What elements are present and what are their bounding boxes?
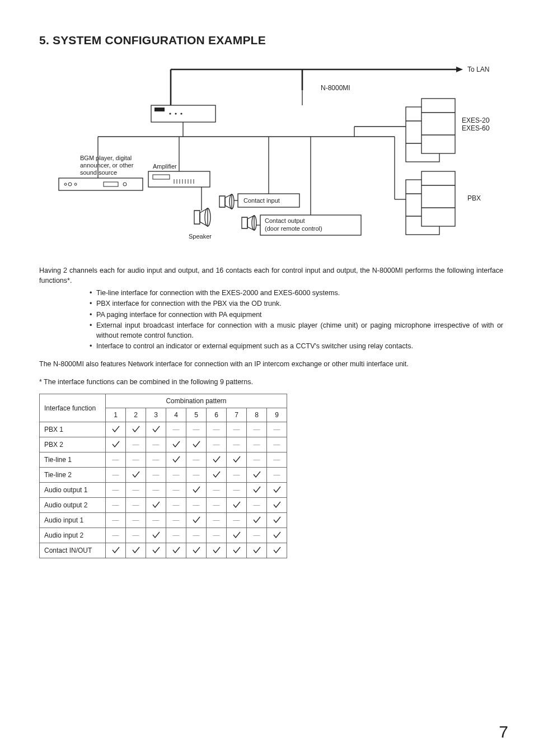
table-cell: [227, 528, 247, 543]
table-cell: —: [146, 483, 166, 498]
page-number: 7: [499, 722, 508, 741]
table-row: Audio input 2——————: [40, 528, 287, 543]
diagram-label-contact-output-1: Contact output: [265, 217, 305, 224]
table-cell: [126, 422, 146, 437]
paragraph-intro: Having 2 channels each for audio input a…: [39, 265, 503, 286]
bullet-item: Interface to control an indicator or ext…: [90, 341, 503, 351]
table-cell: [106, 422, 126, 437]
diagram-label-speaker: Speaker: [189, 233, 212, 240]
table-cell: —: [267, 437, 287, 452]
diagram-label-contact-output-2: (door remote control): [265, 225, 322, 232]
table-cell: —: [166, 483, 186, 498]
table-cell: —: [106, 468, 126, 483]
svg-rect-6: [154, 108, 165, 111]
table-cell: —: [126, 483, 146, 498]
table-cell: —: [227, 483, 247, 498]
table-cell: [166, 543, 186, 558]
svg-rect-23: [421, 171, 455, 226]
table-cell: —: [186, 422, 207, 437]
diagram-label-bgm-1: BGM player, digital: [80, 155, 132, 161]
table-cell: —: [227, 468, 247, 483]
table-cell: [267, 543, 287, 558]
diagram-label-bgm-2: announcer, or other: [80, 162, 134, 169]
table-cell: [146, 543, 166, 558]
diagram-label-contact-input: Contact input: [243, 197, 280, 204]
table-cell: [267, 528, 287, 543]
table-cell: [126, 468, 146, 483]
table-row-label: Audio output 1: [40, 483, 106, 498]
svg-rect-15: [421, 99, 455, 153]
table-cell: —: [207, 422, 227, 437]
table-cell: [166, 452, 186, 468]
table-cell: [227, 543, 247, 558]
table-cell: [247, 513, 267, 528]
table-cell: [126, 543, 146, 558]
table-cell: —: [207, 483, 227, 498]
table-cell: —: [207, 437, 227, 452]
table-row: PBX 2——————: [40, 437, 287, 452]
table-cell: —: [227, 422, 247, 437]
table-cell: [267, 498, 287, 513]
table-cell: —: [186, 528, 207, 543]
table-cell: —: [146, 513, 166, 528]
table-cell: —: [146, 468, 166, 483]
table-cell: [227, 498, 247, 513]
table-row-label: PBX 1: [40, 422, 106, 437]
svg-point-9: [180, 113, 182, 114]
table-cell: —: [126, 498, 146, 513]
system-diagram: .l { stroke:#222; stroke-width:1.3; fill…: [53, 59, 490, 258]
table-cell: —: [166, 498, 186, 513]
table-cell: [146, 498, 166, 513]
table-cell: [146, 422, 166, 437]
table-row-label: Tie-line 1: [40, 452, 106, 468]
table-cell: [207, 452, 227, 468]
table-cell: —: [267, 422, 287, 437]
table-cell: [247, 543, 267, 558]
table-cell: —: [106, 513, 126, 528]
table-cell: [247, 468, 267, 483]
table-cell: [207, 468, 227, 483]
paragraph-network: The N-8000MI also features Network inter…: [39, 359, 503, 369]
table-row-label: Audio input 1: [40, 513, 106, 528]
table-row-header: Interface function: [40, 394, 106, 422]
table-row: Audio output 2——————: [40, 498, 287, 513]
table-cell: —: [227, 437, 247, 452]
diagram-label-n8000mi: N-8000MI: [321, 84, 350, 92]
table-row: PBX 1——————: [40, 422, 287, 437]
diagram-label-bgm-3: sound source: [80, 169, 117, 176]
table-cell: —: [126, 528, 146, 543]
section-heading: 5. SYSTEM CONFIGURATION EXAMPLE: [39, 34, 503, 47]
table-cell: —: [146, 437, 166, 452]
table-cell: [267, 483, 287, 498]
table-row: Tie-line 2——————: [40, 468, 287, 483]
diagram-label-pbx: PBX: [467, 194, 481, 202]
diagram-label-to-lan: To LAN: [467, 66, 489, 73]
table-row-label: Audio output 2: [40, 498, 106, 513]
table-col-group-header: Combination pattern: [106, 394, 287, 408]
table-cell: —: [186, 468, 207, 483]
bullet-item: External input broadcast interface for c…: [90, 320, 503, 340]
diagram-label-exes-1: EXES-2000: [462, 116, 490, 124]
table-cell: [267, 513, 287, 528]
table-cell: —: [247, 437, 267, 452]
table-row-label: Contact IN/OUT: [40, 543, 106, 558]
bullet-item: Tie-line interface for connection with t…: [90, 288, 503, 298]
table-row: Audio input 1——————: [40, 513, 287, 528]
bullet-item: PBX interface for connection with the PB…: [90, 298, 503, 309]
table-row-label: Tie-line 2: [40, 468, 106, 483]
svg-point-8: [175, 113, 176, 114]
table-cell: [106, 543, 126, 558]
bullet-list: Tie-line interface for connection with t…: [90, 288, 503, 351]
table-cell: [186, 513, 207, 528]
table-row: Contact IN/OUT: [40, 543, 287, 558]
table-cell: [207, 543, 227, 558]
table-cell: —: [106, 483, 126, 498]
table-cell: —: [207, 528, 227, 543]
table-cell: —: [207, 513, 227, 528]
table-cell: [166, 437, 186, 452]
table-row-label: Audio input 2: [40, 528, 106, 543]
table-cell: —: [106, 528, 126, 543]
table-cell: —: [166, 513, 186, 528]
table-row-label: PBX 2: [40, 437, 106, 452]
table-cell: —: [247, 528, 267, 543]
